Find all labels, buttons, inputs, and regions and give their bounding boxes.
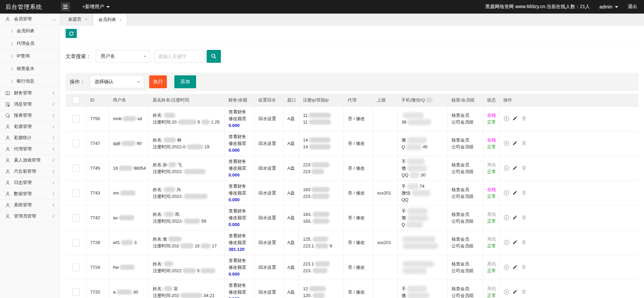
check-member-link-label[interactable]: 核查会员 — [452, 162, 469, 167]
agent-modify-link[interactable]: 否 / 修改 — [348, 141, 365, 146]
finance-edit-link-label[interactable]: 修改额度 — [229, 141, 246, 146]
row-checkbox[interactable] — [72, 288, 80, 296]
keyword-input[interactable] — [154, 50, 204, 63]
finance-edit-link-label[interactable]: 修改额度 — [229, 240, 246, 245]
check-member-link-label[interactable]: 核查会员 — [452, 187, 469, 192]
finance-view-link-label[interactable]: 查看财务 — [229, 283, 246, 288]
sidebar-item-六合彩管理[interactable]: 六合彩管理 — [0, 166, 59, 177]
delete-icon[interactable] — [521, 264, 527, 270]
rebate-setting-link[interactable]: 回水设置 — [259, 290, 276, 295]
sidebar-item-代理管理[interactable]: 代理管理 — [0, 144, 59, 155]
sidebar-item-IP查询[interactable]: IP查询 — [0, 50, 59, 62]
sidebar-item-财务管理[interactable]: 财务管理 — [0, 88, 59, 99]
add-user-dropdown[interactable]: +新增用户 — [82, 4, 110, 10]
member-group-link-label[interactable]: 公司会员组 — [452, 144, 474, 149]
edit-icon[interactable] — [512, 165, 518, 171]
sidebar-item-消息管理[interactable]: 消息管理 — [0, 99, 59, 110]
sidebar-item-数据管理[interactable]: 数据管理 — [0, 188, 59, 200]
sidebar-item-报表管理[interactable]: 报表管理 — [0, 110, 59, 121]
row-checkbox[interactable] — [72, 189, 80, 197]
download-icon[interactable] — [504, 141, 509, 146]
rebate-setting-link[interactable]: 回水设置 — [259, 240, 276, 245]
agent-modify-link[interactable]: 否 / 修改 — [348, 116, 365, 121]
sidebar-item-真人游戏管理[interactable]: 真人游戏管理 — [0, 155, 59, 166]
sidebar-item-会员管理[interactable]: 会员管理 — [0, 14, 59, 25]
delete-icon[interactable] — [521, 240, 527, 245]
agent-modify-link[interactable]: 否 / 修改 — [348, 290, 365, 295]
finance-edit-link-label[interactable]: 修改额度 — [229, 265, 246, 270]
member-group-link-label[interactable]: 公司会员组 — [452, 169, 474, 174]
sidebar-toggle-button[interactable] — [61, 2, 70, 11]
sidebar-item-银行信息[interactable]: 银行信息 — [0, 75, 59, 88]
edit-icon[interactable] — [512, 116, 518, 122]
download-icon[interactable] — [504, 215, 509, 221]
edit-icon[interactable] — [512, 240, 518, 245]
select-all-checkbox[interactable] — [72, 96, 80, 104]
check-member-link-label[interactable]: 核查会员 — [452, 137, 469, 143]
check-member-link-label[interactable]: 核查会员 — [452, 261, 469, 266]
rebate-setting-link[interactable]: 回水设置 — [259, 166, 276, 171]
agent-modify-link[interactable]: 否 / 修改 — [348, 240, 365, 245]
close-icon[interactable]: × — [119, 17, 122, 22]
add-button[interactable]: 添加 — [174, 75, 196, 88]
rebate-setting-link[interactable]: 回水设置 — [259, 141, 276, 146]
edit-icon[interactable] — [512, 215, 518, 221]
tab-会员列表[interactable]: 会员列表× — [93, 14, 127, 25]
finance-view-link-label[interactable]: 查看财务 — [229, 134, 246, 139]
download-icon[interactable] — [504, 165, 509, 171]
finance-view-link-label[interactable]: 查看财务 — [229, 159, 246, 164]
refresh-button[interactable] — [66, 29, 77, 38]
rebate-setting-link[interactable]: 回水设置 — [259, 215, 276, 220]
finance-view-link-label[interactable]: 查看财务 — [229, 258, 246, 263]
delete-icon[interactable] — [521, 215, 527, 221]
download-icon[interactable] — [504, 289, 509, 295]
download-icon[interactable] — [504, 190, 509, 196]
delete-icon[interactable] — [521, 190, 527, 196]
edit-icon[interactable] — [512, 141, 518, 146]
agent-modify-link[interactable]: 否 / 修改 — [348, 265, 365, 270]
row-checkbox[interactable] — [72, 115, 80, 123]
delete-icon[interactable] — [521, 116, 527, 122]
row-checkbox[interactable] — [72, 239, 80, 246]
search-field-select[interactable]: 用户名 — [96, 50, 150, 63]
edit-icon[interactable] — [512, 264, 518, 270]
finance-edit-link-label[interactable]: 修改额度 — [229, 190, 246, 195]
check-member-link-label[interactable]: 核查会员 — [452, 286, 469, 291]
member-group-link-label[interactable]: 公司会员组 — [452, 293, 474, 298]
finance-edit-link-label[interactable]: 修改额度 — [229, 166, 246, 171]
delete-icon[interactable] — [521, 141, 527, 146]
member-group-link-label[interactable]: 公司会员组 — [452, 194, 474, 199]
member-group-link-label[interactable]: 公司会员组 — [452, 119, 474, 125]
execute-button[interactable]: 执行 — [149, 75, 167, 88]
rebate-setting-link[interactable]: 回水设置 — [259, 116, 276, 121]
sidebar-item-日志管理[interactable]: 日志管理 — [0, 177, 59, 188]
sidebar-item-彩票管理[interactable]: 彩票管理 — [0, 121, 59, 132]
download-icon[interactable] — [504, 116, 509, 122]
check-member-link-label[interactable]: 核查会员 — [452, 212, 469, 217]
sidebar-item-代理会员[interactable]: 代理会员 — [0, 37, 59, 50]
check-member-link-label[interactable]: 核查会员 — [452, 237, 469, 242]
agent-modify-link[interactable]: 否 / 修改 — [348, 215, 365, 220]
finance-view-link-label[interactable]: 查看财务 — [229, 184, 246, 189]
finance-edit-link-label[interactable]: 修改额度 — [229, 290, 246, 295]
row-checkbox[interactable] — [72, 165, 80, 172]
edit-icon[interactable] — [512, 190, 518, 196]
sidebar-item-会员列表[interactable]: 会员列表 — [0, 25, 59, 37]
sidebar-item-核查返水[interactable]: 核查返水 — [0, 62, 59, 75]
member-group-link-label[interactable]: 公司会员组 — [452, 219, 474, 224]
agent-modify-link[interactable]: 否 / 修改 — [348, 166, 365, 171]
search-button[interactable] — [207, 50, 221, 63]
row-checkbox[interactable] — [72, 214, 80, 222]
finance-view-link-label[interactable]: 查看财务 — [229, 109, 246, 114]
check-member-link-label[interactable]: 核查会员 — [452, 113, 469, 118]
row-checkbox[interactable] — [72, 140, 80, 147]
sidebar-item-彩票统计[interactable]: 彩票统计 — [0, 132, 59, 144]
member-group-link-label[interactable]: 公司会员组 — [452, 243, 474, 248]
download-icon[interactable] — [504, 240, 509, 245]
admin-dropdown[interactable]: admin — [599, 4, 618, 10]
agent-modify-link[interactable]: 否 / 修改 — [348, 190, 365, 195]
finance-view-link-label[interactable]: 查看财务 — [229, 208, 246, 213]
delete-icon[interactable] — [521, 289, 527, 295]
rebate-setting-link[interactable]: 回水设置 — [259, 190, 276, 195]
member-group-link-label[interactable]: 公司会员组 — [452, 268, 474, 273]
